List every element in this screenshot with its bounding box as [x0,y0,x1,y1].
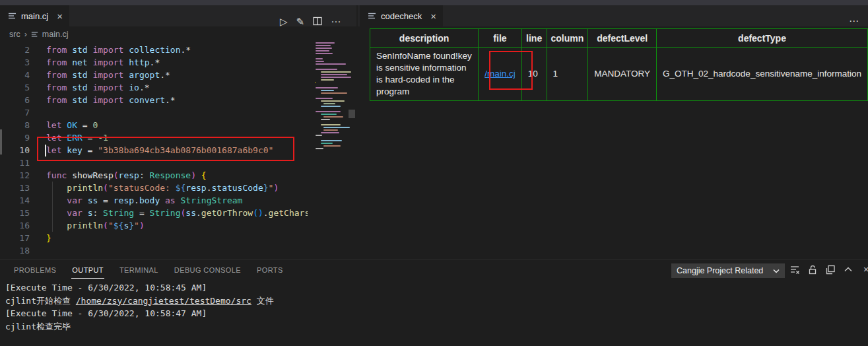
minimap-bar [321,77,351,78]
code-line[interactable]: 12func showResp(resp: Response) { [0,169,308,182]
col-line: line [521,29,547,48]
minimap-bar [321,90,334,91]
tab-label: codecheck [381,11,422,21]
code-line[interactable]: 8let OK = 0 [0,119,308,131]
minimap-bar [316,69,337,70]
codecheck-panel: description file line column defectLevel… [358,26,868,260]
code-line[interactable]: 5from std import io.* [0,81,308,94]
window-titlebar [0,0,868,5]
output-text: 文件 [251,296,274,306]
lock-icon[interactable] [807,264,818,275]
more-actions-icon[interactable]: ⋯ [331,17,341,26]
right-tabbar: codecheck × ⋯ [358,5,868,26]
bottom-panel: PROBLEMSOUTPUTTERMINALDEBUG CONSOLEPORTS… [0,260,868,346]
code-text: from std import collection.* [30,44,191,56]
output-line: cjlint开始检查 /home/zsy/cangjietest/testDem… [5,294,274,308]
breadcrumb-file[interactable]: main.cj [42,30,69,39]
panel-tab-problems[interactable]: PROBLEMS [13,263,57,279]
code-line[interactable]: 2from std import collection.* [0,44,308,56]
split-editor-icon[interactable] [313,17,322,26]
code-line[interactable]: 7 [0,106,308,119]
line-number: 9 [0,131,30,144]
edit-icon[interactable]: ✎ [296,17,305,26]
minimap-bar [321,124,341,125]
line-number: 8 [0,119,30,131]
panel-tab-output[interactable]: OUTPUT [71,263,104,279]
code-text: from std import io.* [30,81,150,94]
minimap-bar [316,63,346,65]
code-line[interactable]: 3from net import http.* [0,56,308,69]
output-text: [Execute Time - 6/30/2022, 10:58:45 AM] [5,283,207,293]
clear-output-icon[interactable] [789,264,800,275]
close-panel-icon[interactable]: × [861,264,868,275]
code-text: var s: String = String(ss.getOrThrow().g… [30,207,308,219]
cell-description: SenInfoName found!key is sensitive infor… [370,48,479,101]
code-line[interactable]: 13 println("statusCode: ${resp.statusCod… [0,182,308,194]
minimap-bar [321,140,342,141]
minimap-bar [321,100,345,102]
code-text: func showResp(resp: Response) { [30,169,207,182]
output-log[interactable]: [Execute Time - 6/30/2022, 10:58:45 AM]c… [5,281,274,333]
col-description: description [370,29,479,48]
col-defectlevel: defectLevel [588,29,657,48]
code-line[interactable]: 18 [0,244,308,257]
breadcrumb: src › main.cj [0,26,356,42]
minimap[interactable] [308,42,356,260]
tab-codecheck[interactable]: codecheck × [360,5,443,26]
tab-main-cj[interactable]: main.cj × [0,5,69,26]
vscode-window: main.cj × ▷ ✎ ⋯ codecheck × ⋯ src › [0,0,868,346]
minimap-bar [321,92,347,94]
code-text: from std import argopt.* [30,69,170,81]
scrollbar-thumb[interactable] [349,110,355,118]
minimap-bar [323,145,341,147]
code-line[interactable]: 4from std import argopt.* [0,69,308,81]
run-icon[interactable]: ▷ [280,17,288,26]
annotation-red-box-table [489,51,533,90]
minimap-bar [323,103,335,104]
open-in-new-window-icon[interactable] [825,264,836,275]
panel-tab-debug-console[interactable]: DEBUG CONSOLE [174,263,242,279]
code-line[interactable]: 6from std import convert.* [0,94,308,106]
minimap-bar [321,143,333,144]
minimap-bar [323,116,343,118]
breadcrumb-folder[interactable]: src [9,30,20,39]
panel-tab-ports[interactable]: PORTS [256,263,284,279]
line-number: 7 [0,106,30,119]
col-column: column [547,29,588,48]
minimap-bar [316,45,331,46]
output-channel-dropdown[interactable]: Cangjie Project Related [671,263,785,278]
maximize-panel-icon[interactable] [843,264,853,275]
line-number: 6 [0,94,30,106]
line-number: 13 [0,182,30,194]
left-tabbar: main.cj × ▷ ✎ ⋯ [0,5,356,26]
chevron-down-icon [773,269,780,273]
output-line: [Execute Time - 6/30/2022, 10:58:45 AM] [5,281,274,294]
minimap-bar [323,127,350,128]
output-path-link[interactable]: /home/zsy/cangjietest/testDemo/src [76,296,251,306]
col-defecttype: defectType [657,29,868,48]
minimap-bar [321,119,330,120]
annotation-red-box-editor [37,137,294,161]
minimap-bar [316,48,332,49]
panel-tab-terminal[interactable]: TERMINAL [119,263,159,279]
code-text: var ss = resp.body as StringStream [30,194,242,207]
cell-column: 1 [547,48,588,101]
minimap-bar [321,74,347,75]
code-line[interactable]: 17} [0,232,308,244]
minimap-bar [316,135,322,136]
output-line: [Execute Time - 6/30/2022, 10:58:47 AM] [5,307,274,320]
code-text [30,106,46,119]
defects-table: description file line column defectLevel… [370,28,868,101]
close-icon[interactable]: × [430,11,436,21]
line-number: 11 [0,156,30,169]
close-icon[interactable]: × [57,11,63,21]
minimap-bar [316,87,338,88]
code-line[interactable]: 15 var s: String = String(ss.getOrThrow(… [0,207,308,219]
minimap-bar [321,114,337,115]
file-icon [31,31,38,38]
code-line[interactable]: 14 var ss = resp.body as StringStream [0,194,308,207]
code-line[interactable]: 16 println("${s}") [0,219,308,232]
line-number: 10 [0,144,30,156]
line-number: 18 [0,244,30,257]
minimap-bar [316,148,323,149]
